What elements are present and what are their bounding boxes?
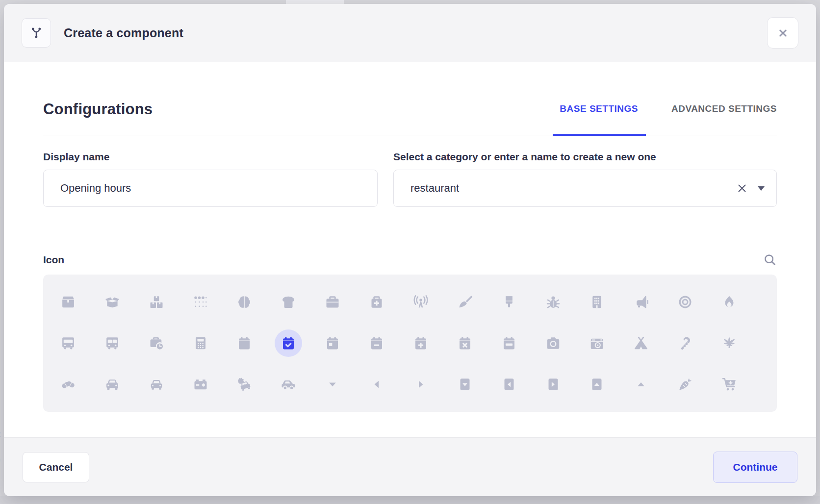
calendar-week-icon	[502, 336, 516, 351]
icon-option-candy-cane[interactable]	[671, 329, 699, 357]
box-open-icon	[105, 295, 120, 309]
icon-option-bullhorn[interactable]	[627, 288, 655, 316]
create-component-modal: Create a component Configurations BASE S…	[4, 4, 816, 496]
modal-header: Create a component	[4, 4, 816, 62]
icon-option-camera-retro[interactable]	[583, 329, 611, 357]
settings-tabs: BASE SETTINGS ADVANCED SETTINGS	[560, 103, 777, 135]
bus-icon	[61, 336, 76, 351]
icon-option-business-time[interactable]	[143, 329, 170, 357]
icon-option-caret-right[interactable]	[407, 371, 435, 398]
background-text-fragment: b	[0, 452, 0, 467]
caret-up-icon	[634, 377, 648, 392]
background-text-fragment: =	[0, 428, 1, 443]
icon-option-caret-left[interactable]	[363, 371, 390, 398]
icon-option-carrot[interactable]	[671, 371, 699, 398]
clear-x-icon[interactable]	[736, 182, 748, 194]
icon-option-car[interactable]	[99, 371, 126, 398]
icon-option-bus-alt[interactable]	[99, 329, 126, 357]
background-text-fragment: n	[0, 367, 0, 382]
icon-option-briefcase[interactable]	[319, 288, 346, 316]
icon-option-brain[interactable]	[231, 288, 258, 316]
bread-slice-icon	[281, 295, 296, 309]
icon-option-calendar[interactable]	[231, 329, 258, 357]
cannabis-icon	[722, 336, 737, 351]
car-battery-icon	[193, 377, 208, 392]
category-select[interactable]: restaurant	[393, 170, 777, 207]
search-icon[interactable]	[763, 253, 777, 267]
icon-option-car-side[interactable]	[275, 371, 302, 398]
form-fields-row: Display name Opening hours Select a cate…	[43, 151, 777, 207]
caret-down-icon[interactable]	[758, 186, 765, 191]
tab-advanced-settings[interactable]: ADVANCED SETTINGS	[671, 103, 777, 135]
icon-picker-grid	[43, 275, 777, 412]
icon-option-car-battery[interactable]	[187, 371, 214, 398]
icon-option-calculator[interactable]	[187, 329, 214, 357]
calendar-check-icon	[281, 336, 296, 351]
icon-option-burn[interactable]	[716, 288, 743, 316]
icon-option-cannabis[interactable]	[716, 329, 743, 357]
box-icon	[61, 295, 76, 309]
icon-option-caret-up[interactable]	[627, 371, 655, 398]
calendar-icon	[237, 336, 252, 351]
broadcast-tower-icon	[413, 295, 428, 309]
branch-icon	[29, 26, 43, 40]
display-name-input[interactable]: Opening hours	[43, 170, 378, 207]
icon-option-caret-down[interactable]	[319, 371, 346, 398]
capsules-icon	[61, 377, 76, 392]
icon-option-calendar-week[interactable]	[495, 329, 523, 357]
icon-option-box-open[interactable]	[99, 288, 126, 316]
close-button[interactable]	[767, 17, 798, 49]
icon-option-braille[interactable]	[187, 288, 214, 316]
icon-option-car-crash[interactable]	[231, 371, 258, 398]
icon-option-boxes[interactable]	[143, 288, 170, 316]
tab-base-settings[interactable]: BASE SETTINGS	[560, 103, 638, 135]
icon-option-brush[interactable]	[495, 288, 523, 316]
display-name-value: Opening hours	[60, 182, 365, 195]
icon-option-building[interactable]	[583, 288, 611, 316]
icon-option-campground[interactable]	[627, 329, 655, 357]
icon-option-caret-square-up[interactable]	[583, 371, 611, 398]
continue-button[interactable]: Continue	[713, 452, 797, 483]
icon-option-calendar-check[interactable]	[275, 329, 302, 357]
caret-left-icon	[369, 377, 384, 392]
calendar-minus-icon	[369, 336, 384, 351]
calendar-plus-icon	[413, 336, 428, 351]
icon-option-broom[interactable]	[451, 288, 479, 316]
component-branch-icon-box	[22, 18, 51, 48]
icon-option-briefcase-medical[interactable]	[363, 288, 390, 316]
icon-option-caret-square-down[interactable]	[451, 371, 479, 398]
caret-square-right-icon	[546, 377, 561, 392]
icon-option-bullseye[interactable]	[671, 288, 699, 316]
bullhorn-icon	[634, 295, 648, 309]
icon-option-capsules[interactable]	[54, 371, 82, 398]
background-text-fragment: e	[0, 200, 0, 215]
close-x-icon	[776, 26, 790, 40]
caret-square-left-icon	[502, 377, 516, 392]
icon-option-broadcast-tower[interactable]	[407, 288, 435, 316]
icon-option-caret-square-right[interactable]	[539, 371, 567, 398]
caret-down-icon	[325, 377, 340, 392]
broom-icon	[458, 295, 472, 309]
icon-option-camera[interactable]	[539, 329, 567, 357]
icon-option-cart-arrow-down[interactable]	[716, 371, 743, 398]
brain-icon	[237, 295, 252, 309]
category-field-group: Select a category or enter a name to cre…	[393, 151, 777, 207]
icon-option-bug[interactable]	[539, 288, 567, 316]
cancel-button[interactable]: Cancel	[23, 452, 89, 482]
icon-option-caret-square-left[interactable]	[495, 371, 523, 398]
car-crash-icon	[237, 377, 252, 392]
icon-option-calendar-day[interactable]	[319, 329, 346, 357]
icon-option-calendar-times[interactable]	[451, 329, 479, 357]
bullseye-icon	[678, 295, 692, 309]
icon-option-calendar-plus[interactable]	[407, 329, 435, 357]
icon-option-box[interactable]	[54, 288, 82, 316]
bus-alt-icon	[105, 336, 120, 351]
candy-cane-icon	[678, 336, 692, 351]
icon-option-bus[interactable]	[54, 329, 82, 357]
boxes-icon	[149, 295, 164, 309]
icon-option-calendar-minus[interactable]	[363, 329, 390, 357]
carrot-icon	[678, 377, 692, 392]
calendar-day-icon	[325, 336, 340, 351]
icon-option-car-alt[interactable]	[143, 371, 170, 398]
icon-option-bread-slice[interactable]	[275, 288, 302, 316]
